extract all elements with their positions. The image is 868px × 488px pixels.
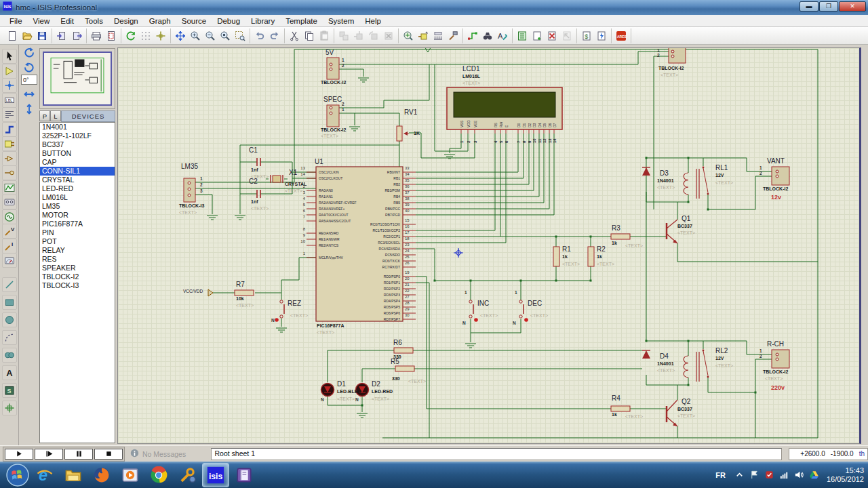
mode-path-2d[interactable] [2,348,17,363]
tray-security-badge[interactable] [764,470,774,480]
mode-current-probe[interactable]: I [2,239,17,253]
netlist-to-ares-button[interactable]: ARES [614,28,629,43]
device-item-res[interactable]: RES [40,255,115,264]
mode-terminal[interactable] [2,151,17,166]
design-explorer-button[interactable] [515,28,530,43]
mode-component[interactable] [2,64,17,79]
menu-system[interactable]: System [323,16,359,26]
tray-tray-expand[interactable] [734,470,745,480]
library-button[interactable]: L [50,110,61,121]
mode-marker-2d[interactable] [2,401,17,415]
save-file-button[interactable] [35,28,50,43]
device-item-led-red[interactable]: LED-RED [40,184,115,193]
mode-voltage-probe[interactable]: V [2,224,17,239]
taskbar-internet-explorer[interactable]: e [31,463,58,487]
zoom-all-button[interactable] [218,28,233,43]
maximize-button[interactable]: ❐ [819,1,838,12]
device-item-3252p-1-102lf[interactable]: 3252P-1-102LF [40,131,115,140]
tray-volume[interactable] [794,470,804,480]
tray-network-signal[interactable] [779,470,789,480]
electrical-rule-check-button[interactable] [594,28,609,43]
tray-google-drive[interactable] [809,470,819,480]
redraw-button[interactable] [123,28,138,43]
menu-view[interactable]: View [28,16,56,26]
device-item-relay[interactable]: RELAY [40,246,115,255]
device-item-lm016l[interactable]: LM016L [40,193,115,202]
taskbar-library-book[interactable] [231,463,258,487]
exit-to-parent-button[interactable] [559,28,574,43]
decompose-button[interactable] [446,28,460,43]
menu-help[interactable]: Help [359,16,387,26]
device-item-1n4001[interactable]: 1N4001 [40,123,115,131]
angle-field[interactable] [21,75,37,85]
property-assignment-button[interactable]: A [495,28,510,43]
menu-design[interactable]: Design [108,16,144,26]
taskbar-windows-explorer[interactable] [60,463,87,487]
menu-file[interactable]: File [4,16,28,26]
zoom-in-button[interactable] [188,28,203,43]
device-item-tblock-i3[interactable]: TBLOCK-I3 [40,281,115,290]
rotate-anticlockwise-button[interactable] [22,60,37,75]
new-sheet-button[interactable] [530,28,545,43]
menu-library[interactable]: Library [245,16,280,26]
packaging-tool-button[interactable] [431,28,446,43]
tray-action-center-flag[interactable] [749,470,760,480]
device-item-pin[interactable]: PIN [40,228,115,237]
taskbar-media-player[interactable] [117,463,144,487]
copy-button[interactable] [302,28,317,43]
mode-wire-label[interactable]: LBL [2,93,17,108]
device-item-cap[interactable]: CAP [40,158,115,167]
mode-device-pin[interactable] [2,165,17,180]
taskbar-isis[interactable]: isis [202,463,229,487]
taskbar-firefox[interactable] [88,463,115,487]
redo-button[interactable] [267,28,282,43]
wire-autorouter-button[interactable] [465,28,480,43]
mode-line-2d[interactable] [2,277,17,292]
device-item-motor[interactable]: MOTOR [40,211,115,220]
toggle-grid-button[interactable] [138,28,153,43]
device-item-tblock-i2[interactable]: TBLOCK-I2 [40,272,115,281]
step-button[interactable] [35,449,63,460]
rotate-clockwise-button[interactable] [22,45,37,60]
mode-circle-2d[interactable] [2,312,17,327]
block-copy-button[interactable] [336,28,351,43]
device-item-button[interactable]: BUTTON [40,149,115,158]
pan-button[interactable] [173,28,188,43]
device-list[interactable]: 1N40013252P-1-102LFBC337BUTTONCAPCONN-SI… [39,122,115,443]
zoom-out-button[interactable] [203,28,218,43]
mode-selection[interactable] [2,49,17,64]
export-section-button[interactable] [69,28,84,43]
mode-junction-dot[interactable] [2,78,17,93]
undo-button[interactable] [252,28,267,43]
bill-of-materials-button[interactable]: $ [579,28,594,43]
menu-template[interactable]: Template [280,16,323,26]
paste-button[interactable] [317,28,332,43]
close-button[interactable]: ✕ [839,1,866,12]
clock[interactable]: 15:43 16/05/2012 [827,466,864,484]
start-button[interactable] [5,463,30,487]
mode-subcircuit[interactable] [2,136,17,151]
block-move-button[interactable] [351,28,366,43]
mode-text-2d[interactable]: A [2,365,17,380]
import-section-button[interactable] [54,28,69,43]
block-delete-button[interactable] [381,28,396,43]
mark-print-area-button[interactable] [104,28,119,43]
taskbar-chrome[interactable] [145,463,172,487]
mode-graph[interactable] [2,180,17,195]
device-item-pic16f877a[interactable]: PIC16F877A [40,220,115,228]
menu-debug[interactable]: Debug [212,16,245,26]
mode-arc-2d[interactable] [2,330,17,345]
mode-bus[interactable] [2,122,17,137]
menu-edit[interactable]: Edit [55,16,79,26]
mode-virtual-instrument[interactable] [2,253,17,268]
mode-generator[interactable] [2,209,17,224]
remove-sheet-button[interactable] [545,28,559,43]
open-file-button[interactable] [20,28,35,43]
pick-device-button[interactable] [401,28,416,43]
print-button[interactable] [89,28,104,43]
overview-panel[interactable] [39,48,115,109]
cut-button[interactable] [287,28,302,43]
menu-source[interactable]: Source [176,16,212,26]
device-item-pot[interactable]: POT [40,237,115,246]
device-item-crystal[interactable]: CRYSTAL [40,176,115,184]
